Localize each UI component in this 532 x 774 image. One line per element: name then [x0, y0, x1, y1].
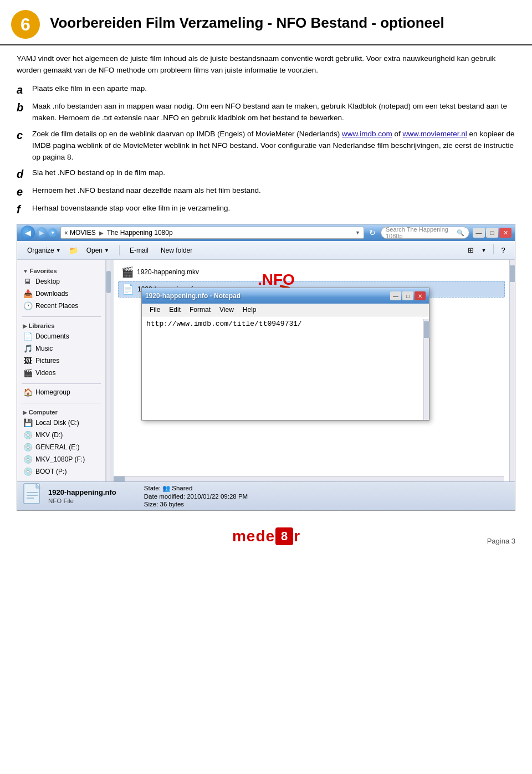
sidebar-item-boot-p[interactable]: 💿 BOOT (P:) [17, 465, 105, 478]
notepad-menu-edit[interactable]: Edit [165, 305, 185, 315]
titlebar: ◀ ▶ ▾ « MOVIES ▶ The Happening 1080p ▼ ↻… [17, 224, 515, 241]
intro-text: YAMJ vindt over het algemeen de juiste f… [0, 53, 532, 76]
notepad-menu-view[interactable]: View [215, 305, 238, 315]
email-label: E-mail [130, 247, 149, 254]
sidebar-item-documents[interactable]: 📄 Documents [17, 330, 105, 342]
local-disk-c-label: Local Disk (C:) [35, 419, 79, 427]
recent-places-icon: 🕐 [23, 301, 33, 310]
date-value: 2010/01/22 09:28 PM [187, 493, 248, 500]
sidebar-item-local-disk-c[interactable]: 💾 Local Disk (C:) [17, 417, 105, 429]
notepad-menu-file[interactable]: File [145, 305, 165, 315]
sidebar-item-videos[interactable]: 🎬 Videos [17, 367, 105, 379]
sidebar-scrollbar[interactable] [106, 260, 110, 481]
step-d-text: Sla het .NFO bestand op in de film map. [32, 167, 515, 179]
step-d: d Sla het .NFO bestand op in de film map… [17, 167, 515, 181]
step-a: a Plaats elke film in een aparte map. [17, 83, 515, 96]
music-label: Music [35, 345, 53, 352]
sidebar-item-homegroup[interactable]: 🏠 Homegroup [17, 386, 105, 398]
forward-button[interactable]: ▶ [36, 227, 47, 238]
mkv1080p-f-icon: 💿 [23, 455, 33, 464]
help-button[interactable]: ? [497, 244, 509, 257]
notepad-minimize[interactable]: — [390, 291, 401, 300]
sidebar-item-music[interactable]: 🎵 Music [17, 342, 105, 355]
refresh-button[interactable]: ↻ [366, 227, 378, 239]
logo-8: 8 [275, 527, 293, 545]
recent-places-label: Recent Places [35, 302, 78, 310]
favorites-group: ▼ Favorites 🖥 Desktop 📥 Downloads 🕐 Rece… [17, 264, 105, 312]
moviemeter-link[interactable]: www.moviemeter.nl [403, 130, 467, 138]
status-size: Size: 36 bytes [144, 501, 248, 508]
step-f-letter: f [17, 203, 32, 216]
close-button[interactable]: ✕ [499, 228, 511, 238]
sidebar-item-desktop[interactable]: 🖥 Desktop [17, 275, 105, 288]
favorites-collapse-icon[interactable]: ▼ [23, 268, 30, 274]
nfo-file-icon: 📄 [122, 283, 134, 295]
state-label: State: [144, 485, 161, 491]
sidebar-item-downloads[interactable]: 📥 Downloads [17, 288, 105, 300]
view-icon-grid[interactable]: ⊞ [464, 244, 477, 257]
header-section: 6 Voorbereiden Film Verzameling - NFO Be… [0, 0, 532, 45]
desktop-icon: 🖥 [23, 277, 33, 286]
step-e-letter: e [17, 185, 32, 198]
email-button[interactable]: E-mail [125, 245, 153, 256]
notepad-content[interactable]: http://www.imdb.com/title/tt0949731/ [142, 316, 429, 417]
videos-label: Videos [35, 369, 55, 377]
sidebar-divider-2 [22, 383, 101, 384]
status-bar: 1920-happening.nfo NFO File State: 👥 Sha… [17, 481, 515, 510]
sidebar-item-mkv-d[interactable]: 💿 MKV (D:) [17, 429, 105, 441]
search-box[interactable]: Search The Happening 1080p 🔍 [381, 227, 469, 239]
size-value: 36 bytes [160, 501, 184, 508]
sidebar-item-recent-places[interactable]: 🕐 Recent Places [17, 300, 105, 312]
notepad-title: 1920-happening.nfo - Notepad [145, 292, 389, 300]
mkv1080p-f-label: MKV_1080P (F:) [35, 455, 85, 463]
file-item-mkv[interactable]: 🎬 1920-happening.mkv [118, 264, 505, 280]
step-c: c Zoek de film details op en de weblink … [17, 129, 515, 163]
step-e-text: Hernoem het .NFO bestand naar dezelfde n… [32, 185, 515, 197]
imdb-link[interactable]: www.imdb.com [342, 130, 392, 138]
homegroup-group: 🏠 Homegroup [17, 386, 105, 398]
view-dropdown[interactable]: ▼ [478, 244, 490, 257]
history-dropdown[interactable]: ▾ [48, 228, 57, 237]
new-folder-button[interactable]: New folder [156, 245, 197, 256]
organize-label: Organize [27, 247, 54, 254]
notepad-maximize[interactable]: □ [402, 291, 413, 300]
libraries-collapse-icon[interactable]: ▶ [23, 323, 29, 329]
separator-1 [119, 245, 120, 255]
computer-text: Computer [29, 409, 58, 416]
notepad-menu-help[interactable]: Help [238, 305, 261, 315]
status-state: State: 👥 Shared [144, 484, 248, 492]
vscroll-thumb [510, 265, 515, 282]
notepad-text: http://www.imdb.com/title/tt0949731/ [146, 320, 424, 328]
open-button[interactable]: Open ▼ [82, 245, 114, 256]
sidebar-item-pictures[interactable]: 🖼 Pictures [17, 355, 105, 367]
new-folder-label: New folder [161, 247, 192, 254]
back-button[interactable]: ◀ [21, 225, 35, 240]
notepad-scrollbar-thumb [424, 321, 429, 338]
favorites-text: Favorites [30, 268, 57, 274]
notepad-menu-format[interactable]: Format [185, 305, 215, 315]
address-bar[interactable]: « MOVIES ▶ The Happening 1080p ▼ [60, 227, 364, 239]
step-c-text-mid: of [392, 130, 403, 138]
videos-icon: 🎬 [23, 368, 33, 377]
address-dropdown-icon[interactable]: ▼ [355, 230, 360, 235]
file-list-vscroll[interactable] [509, 260, 515, 481]
boot-p-icon: 💿 [23, 467, 33, 476]
search-placeholder: Search The Happening 1080p [386, 226, 457, 239]
status-filename: 1920-happening.nfo [48, 488, 116, 496]
notepad-scrollbar[interactable] [423, 319, 429, 420]
organize-button[interactable]: Organize ▼ [23, 245, 65, 256]
sidebar-item-general-e[interactable]: 💿 GENERAL (E:) [17, 441, 105, 453]
step-b-letter: b [17, 101, 32, 114]
scrollbar-thumb [106, 271, 111, 293]
file-list-hscroll[interactable] [114, 476, 504, 481]
sidebar-divider-3 [22, 403, 101, 403]
sidebar-item-mkv1080p-f[interactable]: 💿 MKV_1080P (F:) [17, 453, 105, 465]
main-content: ▼ Favorites 🖥 Desktop 📥 Downloads 🕐 Rece… [17, 260, 515, 481]
state-value: Shared [172, 485, 192, 491]
computer-collapse-icon[interactable]: ▶ [23, 409, 29, 416]
general-e-label: GENERAL (E:) [35, 443, 80, 451]
breadcrumb-arrow: ▶ [99, 230, 105, 236]
maximize-button[interactable]: □ [486, 228, 498, 238]
notepad-close[interactable]: ✕ [415, 291, 426, 300]
minimize-button[interactable]: — [473, 228, 485, 238]
